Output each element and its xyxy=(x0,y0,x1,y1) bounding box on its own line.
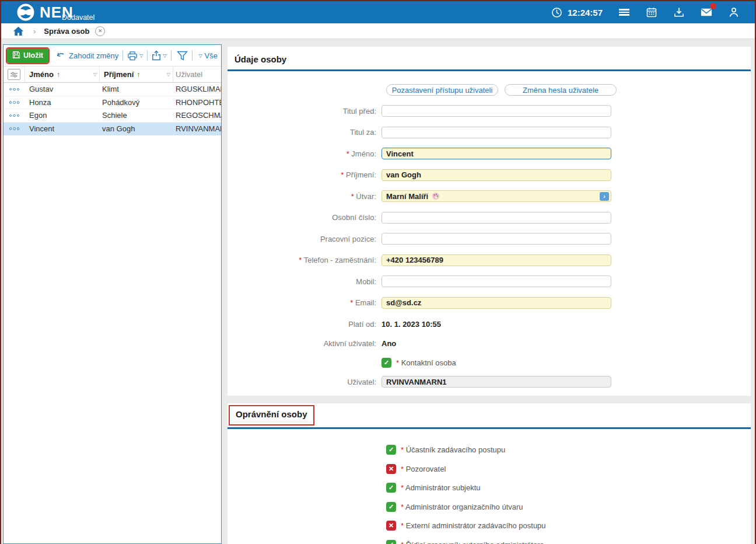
change-password-button[interactable]: Změna hesla uživatele xyxy=(505,84,617,96)
palette-icon xyxy=(432,192,440,200)
field-prijmeni: Příjmení: xyxy=(228,169,751,181)
menu-icon[interactable] xyxy=(618,6,630,18)
export-button[interactable] xyxy=(152,50,161,61)
top-header-bar: NEN Dodavatel 12:24:57 xyxy=(1,1,755,23)
field-pracovni-pozice: Pracovní pozice: xyxy=(228,233,751,245)
column-settings-icon[interactable] xyxy=(8,69,20,80)
permission-item: ✓ Administrátor subjektu xyxy=(386,483,751,493)
save-icon xyxy=(12,51,20,61)
permissions-list: ✓ Účastník zadávacího postupu ✕ Pozorova… xyxy=(386,445,751,544)
telefon-input[interactable] xyxy=(382,254,611,266)
brand-subtitle: Dodavatel xyxy=(62,13,94,22)
table-row[interactable]: Egon Schiele REGOSCHMAR xyxy=(4,109,221,123)
table-header: Jméno ↑ ▽ Příjmení ↑ ▽ Uživatel xyxy=(4,66,221,83)
permission-checkbox[interactable]: ✓ xyxy=(386,540,396,544)
view-dropdown-icon[interactable]: ▽ xyxy=(198,53,202,58)
osobni-cislo-input[interactable] xyxy=(382,212,611,224)
field-jmeno: Jméno: xyxy=(228,148,751,159)
email-input[interactable] xyxy=(382,297,611,309)
filter-icon[interactable] xyxy=(177,51,188,61)
export-dropdown-icon[interactable]: ▽ xyxy=(163,53,166,58)
permission-item: ✓ Účastník zadávacího postupu xyxy=(386,445,751,455)
download-icon[interactable] xyxy=(673,6,685,18)
undo-icon xyxy=(56,51,66,60)
prijmeni-input[interactable] xyxy=(382,169,611,181)
breadcrumb-chevron-icon: › xyxy=(33,27,36,36)
field-uzivatel: Uživatel: xyxy=(228,376,751,388)
column-filter-icon[interactable]: ▽ xyxy=(167,72,170,77)
row-menu-icon[interactable] xyxy=(4,101,25,104)
field-utvar: Útvar: Marní Malíři › xyxy=(228,190,751,202)
field-titul-za: Titul za: xyxy=(228,127,751,138)
permission-item: ✕ Externí administrátor zadávacího postu… xyxy=(386,521,751,531)
table-row-selected[interactable]: Vincent van Gogh RVINVANMARN xyxy=(4,123,221,136)
field-titul-pred: Titul před: xyxy=(228,105,751,117)
mail-icon[interactable] xyxy=(701,6,712,18)
app-window: NEN Dodavatel 12:24:57 xyxy=(0,0,756,544)
save-button[interactable]: Uložit xyxy=(7,48,48,63)
jmeno-input[interactable] xyxy=(382,148,611,159)
breadcrumb: › Správa osob ✕ xyxy=(1,23,755,39)
titul-za-input[interactable] xyxy=(382,127,611,138)
field-aktivni-uzivatel: Aktivní uživatel: Ano xyxy=(228,337,751,349)
sort-asc-icon: ↑ xyxy=(136,71,140,79)
details-title: Údaje osoby xyxy=(228,47,751,69)
permissions-title-highlight: Oprávnění osoby xyxy=(229,405,314,426)
field-osobni-cislo: Osobní číslo: xyxy=(228,212,751,224)
pracovni-pozice-input[interactable] xyxy=(382,233,611,245)
permissions-card: Oprávnění osoby ✓ Účastník zadávacího po… xyxy=(228,403,751,544)
view-all-label[interactable]: Vše xyxy=(205,51,218,60)
sort-asc-icon: ↑ xyxy=(57,71,60,79)
mobil-input[interactable] xyxy=(382,276,611,287)
permission-checkbox[interactable]: ✓ xyxy=(386,445,396,455)
permissions-title: Oprávnění osoby xyxy=(236,409,307,421)
field-mobil: Mobil: xyxy=(228,276,751,287)
permission-checkbox[interactable]: ✓ xyxy=(386,483,396,493)
table-row[interactable]: Gustav Klimt RGUSKLIMARN xyxy=(4,83,221,96)
notification-dot xyxy=(710,3,716,9)
clock-icon xyxy=(551,6,563,18)
time-text: 12:24:57 xyxy=(568,8,603,18)
column-header-jmeno[interactable]: Jméno ↑ ▽ xyxy=(25,67,100,82)
field-plati-od: Platí od: 10. 1. 2023 10:55 xyxy=(228,318,751,330)
print-dropdown-icon[interactable]: ▽ xyxy=(139,53,143,58)
permission-item: ✓ Administrátor organizačního útvaru xyxy=(386,502,751,512)
suspend-access-button[interactable]: Pozastavení přístupu uživateli xyxy=(386,84,498,96)
utvar-picker[interactable]: Marní Malíři › xyxy=(382,190,611,202)
session-time: 12:24:57 xyxy=(551,6,603,18)
permission-checkbox[interactable]: ✕ xyxy=(386,521,396,531)
calendar-icon[interactable] xyxy=(646,6,657,18)
person-form: Titul před: Titul za: Jméno: Příjmení: Ú… xyxy=(228,105,751,388)
permission-item: ✓ Řídicí pracovník externího administrát… xyxy=(386,540,751,544)
home-icon[interactable] xyxy=(13,26,24,36)
print-button[interactable] xyxy=(127,51,138,61)
user-profile-icon[interactable] xyxy=(728,6,740,18)
list-toolbar: Uložit Zahodit změny ▽ ▽ ▽ xyxy=(4,45,221,66)
utvar-open-chevron-icon[interactable]: › xyxy=(600,192,609,201)
persons-list-panel: Uložit Zahodit změny ▽ ▽ ▽ xyxy=(3,44,222,544)
aktivni-value: Ano xyxy=(382,339,396,348)
field-kontaktni-osoba: ✓ Kontaktní osoba xyxy=(228,357,751,368)
column-header-prijmeni[interactable]: Příjmení ↑ ▽ xyxy=(100,67,173,82)
table-row[interactable]: Honza Pohádkový RHONPOHTES xyxy=(4,96,221,110)
row-menu-icon[interactable] xyxy=(4,114,25,117)
permission-checkbox[interactable]: ✕ xyxy=(386,464,396,474)
person-details-card: Údaje osoby Pozastavení přístupu uživate… xyxy=(228,47,751,396)
permission-checkbox[interactable]: ✓ xyxy=(386,502,396,512)
discard-changes-button[interactable]: Zahodit změny xyxy=(56,51,118,60)
column-header-uzivatel[interactable]: Uživatel xyxy=(173,67,221,82)
column-filter-icon[interactable]: ▽ xyxy=(93,72,97,77)
titul-pred-input[interactable] xyxy=(382,105,611,117)
row-menu-icon[interactable] xyxy=(4,88,25,91)
permission-item: ✕ Pozorovatel xyxy=(386,464,751,474)
plati-od-value: 10. 1. 2023 10:55 xyxy=(382,320,441,329)
kontaktni-osoba-checkbox[interactable]: ✓ xyxy=(382,358,391,368)
uzivatel-input xyxy=(382,376,611,388)
breadcrumb-page-title: Správa osob xyxy=(44,27,89,36)
field-email: Email: xyxy=(228,297,751,309)
nen-logo-icon xyxy=(16,3,35,22)
field-telefon: Telefon - zaměstnání: xyxy=(228,254,751,266)
close-tab-icon[interactable]: ✕ xyxy=(95,26,105,36)
row-menu-icon[interactable] xyxy=(4,127,25,130)
